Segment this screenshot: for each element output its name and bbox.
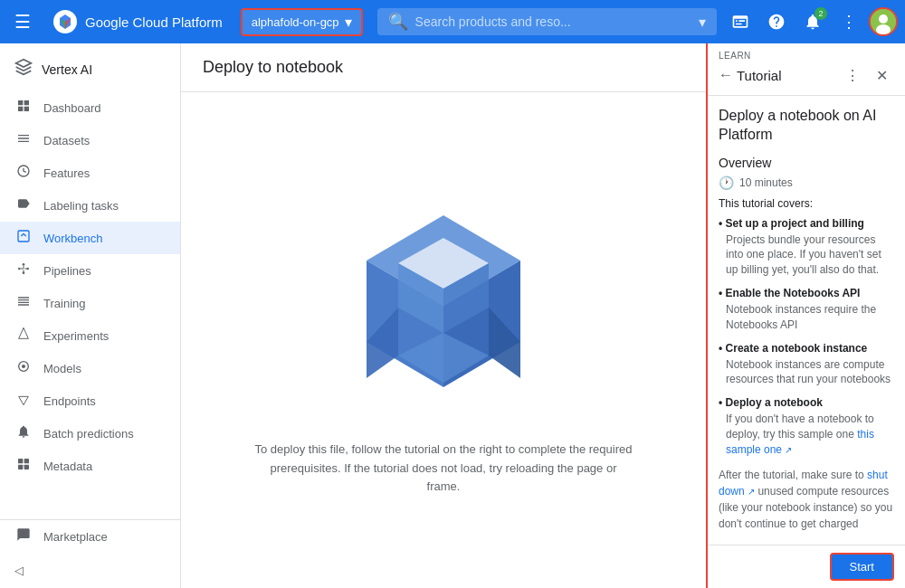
tutorial-footer: Start — [708, 545, 905, 588]
sidebar-item-batch-predictions-label: Batch predictions — [43, 427, 134, 441]
datasets-icon — [14, 131, 33, 149]
tutorial-back-button[interactable]: ← — [719, 67, 733, 83]
tutorial-footer-text: After the tutorial, make sure to shut do… — [719, 467, 894, 532]
features-icon — [14, 164, 33, 182]
tutorial-learn-label: LEARN — [719, 51, 894, 61]
clock-icon: 🕐 — [719, 175, 734, 190]
tutorial-body: Deploy a notebook on AI Platform Overvie… — [708, 96, 905, 545]
vertex-ai-icon — [14, 58, 33, 81]
sidebar-item-training-label: Training — [43, 297, 85, 310]
sidebar-item-labeling-tasks[interactable]: Labeling tasks — [0, 189, 180, 222]
more-icon: ⋮ — [841, 12, 857, 32]
sidebar: Vertex AI Dashboard Datasets Features La… — [0, 43, 181, 588]
overview-time: 🕐 10 minutes — [719, 175, 894, 190]
sidebar-collapse-button[interactable]: ◁ — [0, 553, 180, 588]
menu-icon[interactable]: ☰ — [7, 4, 38, 40]
step-4-desc: If you don't have a notebook to deploy, … — [719, 412, 894, 457]
tutorial-more-button[interactable]: ⋮ — [840, 62, 865, 88]
external-link-icon: ↗ — [785, 445, 792, 455]
search-bar[interactable]: 🔍 ▾ — [377, 8, 717, 35]
search-input[interactable] — [415, 14, 691, 29]
sidebar-item-workbench[interactable]: Workbench — [0, 222, 180, 254]
project-chevron-icon: ▾ — [345, 14, 352, 31]
notification-badge: 2 — [814, 7, 827, 20]
page-header: Deploy to notebook — [181, 43, 706, 92]
batch-predictions-icon — [14, 424, 33, 442]
sidebar-item-experiments-label: Experiments — [43, 329, 109, 343]
tutorial-step-4: Deploy a notebook If you don't have a no… — [719, 396, 894, 457]
page-title: Deploy to notebook — [203, 58, 684, 77]
step-3-title: Create a notebook instance — [719, 342, 894, 355]
topbar-logo-text: Google Cloud Platform — [85, 14, 223, 30]
tutorial-panel: LEARN ← Tutorial ⋮ ✕ Deploy a notebook o… — [706, 43, 905, 588]
topbar-logo: Google Cloud Platform — [45, 9, 230, 34]
project-selector[interactable]: alphafold-on-gcp ▾ — [241, 8, 363, 36]
step-1-desc: Projects bundle your resources into one … — [719, 232, 894, 278]
pipelines-icon — [14, 261, 33, 280]
sidebar-item-endpoints-label: Endpoints — [43, 394, 96, 408]
covers-text: This tutorial covers: — [719, 197, 894, 210]
tutorial-step-1: Set up a project and billing Projects bu… — [719, 217, 894, 278]
sidebar-item-batch-predictions[interactable]: Batch predictions — [0, 417, 180, 450]
search-chevron-icon: ▾ — [699, 14, 706, 31]
sidebar-item-models-label: Models — [43, 362, 81, 375]
shut-down-external-icon: ↗ — [748, 487, 755, 497]
start-button[interactable]: Start — [830, 553, 894, 581]
sidebar-item-training[interactable]: Training — [0, 287, 180, 319]
main-layout: Vertex AI Dashboard Datasets Features La… — [0, 43, 905, 588]
svg-rect-14 — [18, 465, 23, 469]
topbar-actions: 2 ⋮ — [724, 5, 898, 38]
models-icon — [14, 359, 33, 377]
sidebar-item-labeling-label: Labeling tasks — [43, 199, 119, 213]
sidebar-item-dashboard-label: Dashboard — [43, 101, 101, 115]
svg-rect-12 — [18, 459, 23, 463]
content-area: Deploy to notebook — [181, 43, 905, 588]
topbar: ☰ Google Cloud Platform alphafold-on-gcp… — [0, 0, 905, 43]
notifications-button[interactable]: 2 — [796, 5, 829, 38]
more-options-button[interactable]: ⋮ — [833, 5, 865, 38]
cube-svg — [321, 188, 566, 414]
sidebar-item-datasets[interactable]: Datasets — [0, 124, 180, 156]
sidebar-item-endpoints[interactable]: Endpoints — [0, 384, 180, 417]
main-content: Deploy to notebook — [181, 43, 706, 588]
sidebar-footer: Marketplace ◁ — [0, 519, 180, 588]
metadata-icon — [14, 457, 33, 475]
tutorial-title: Tutorial — [737, 68, 836, 83]
project-name: alphafold-on-gcp — [252, 15, 339, 29]
tutorial-header-row: ← Tutorial ⋮ ✕ — [719, 62, 894, 88]
sidebar-item-datasets-label: Datasets — [43, 134, 90, 147]
sidebar-item-features[interactable]: Features — [0, 156, 180, 189]
sidebar-item-dashboard[interactable]: Dashboard — [0, 91, 180, 124]
sidebar-item-metadata[interactable]: Metadata — [0, 450, 180, 482]
tutorial-time: 10 minutes — [739, 176, 793, 189]
sidebar-item-pipelines[interactable]: Pipelines — [0, 254, 180, 287]
dashboard-icon — [14, 99, 33, 117]
collapse-icon: ◁ — [14, 564, 24, 577]
workbench-icon — [14, 229, 33, 247]
endpoints-icon — [14, 392, 33, 410]
sidebar-item-marketplace[interactable]: Marketplace — [0, 520, 180, 553]
training-icon — [14, 294, 33, 312]
sidebar-item-pipelines-label: Pipelines — [43, 264, 91, 278]
sidebar-item-models[interactable]: Models — [0, 352, 180, 384]
tutorial-steps: Set up a project and billing Projects bu… — [719, 217, 894, 458]
user-avatar[interactable] — [869, 7, 898, 36]
overview-title: Overview — [719, 156, 894, 170]
step-3-desc: Notebook instances are compute resources… — [719, 357, 894, 388]
step-1-title: Set up a project and billing — [719, 217, 894, 230]
marketplace-icon — [14, 527, 33, 545]
sidebar-header: Vertex AI — [0, 43, 180, 91]
step-2-title: Enable the Notebooks API — [719, 287, 894, 299]
tutorial-step-3: Create a notebook instance Notebook inst… — [719, 342, 894, 388]
step-2-desc: Notebook instances require the Notebooks… — [719, 302, 894, 333]
sidebar-item-workbench-label: Workbench — [43, 232, 103, 245]
cube-illustration — [317, 184, 570, 419]
help-button[interactable] — [760, 5, 793, 38]
svg-rect-13 — [24, 459, 29, 463]
tutorial-close-button[interactable]: ✕ — [869, 62, 894, 88]
cloud-shell-button[interactable] — [724, 5, 757, 38]
search-icon: 🔍 — [388, 12, 408, 32]
sidebar-item-features-label: Features — [43, 166, 90, 180]
sidebar-item-experiments[interactable]: Experiments — [0, 319, 180, 352]
svg-point-2 — [879, 14, 888, 24]
